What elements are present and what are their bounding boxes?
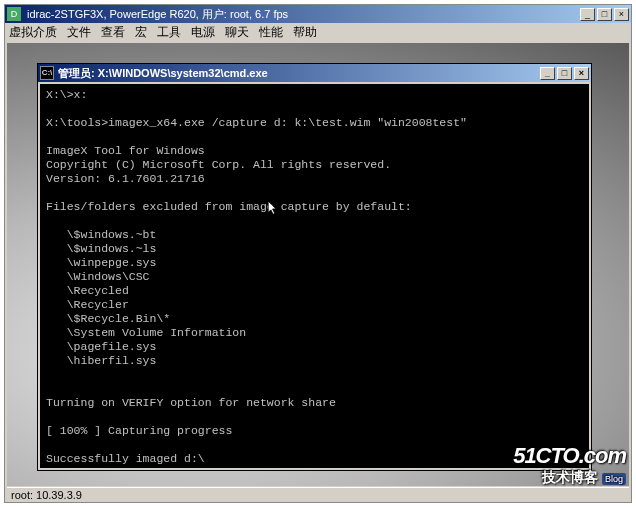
remote-desktop[interactable]: C:\ 管理员: X:\WINDOWS\system32\cmd.exe _ □…: [7, 43, 629, 486]
cmd-line: \pagefile.sys: [46, 340, 156, 353]
outer-window: D idrac-2STGF3X, PowerEdge R620, 用户: roo…: [4, 4, 632, 503]
cmd-titlebar[interactable]: C:\ 管理员: X:\WINDOWS\system32\cmd.exe _ □…: [38, 64, 591, 82]
cmd-line: \winpepge.sys: [46, 256, 156, 269]
cmd-line: Copyright (C) Microsoft Corp. All rights…: [46, 158, 391, 171]
cmd-line: \$windows.~ls: [46, 242, 156, 255]
cmd-line: \System Volume Information: [46, 326, 246, 339]
minimize-button[interactable]: _: [580, 8, 595, 21]
cmd-window: C:\ 管理员: X:\WINDOWS\system32\cmd.exe _ □…: [37, 63, 592, 471]
cmd-terminal[interactable]: X:\>x: X:\tools>imagex_x64.exe /capture …: [40, 84, 589, 468]
cmd-icon: C:\: [40, 66, 54, 80]
cmd-line: [ 100% ] Capturing progress: [46, 424, 232, 437]
status-bar: root: 10.39.3.9: [7, 487, 629, 501]
cmd-title-text: 管理员: X:\WINDOWS\system32\cmd.exe: [58, 66, 538, 81]
cmd-line: \hiberfil.sys: [46, 354, 156, 367]
menu-power[interactable]: 电源: [191, 24, 215, 41]
cmd-close-button[interactable]: ×: [574, 67, 589, 80]
cmd-line: \$Recycle.Bin\*: [46, 312, 170, 325]
app-icon: D: [7, 7, 21, 21]
cmd-line: Files/folders excluded from image captur…: [46, 200, 412, 213]
maximize-button[interactable]: □: [597, 8, 612, 21]
watermark: 51CTO.com 技术博客 Blog: [513, 443, 626, 487]
watermark-sub: 技术博客 Blog: [513, 469, 626, 487]
outer-titlebar: D idrac-2STGF3X, PowerEdge R620, 用户: roo…: [5, 5, 631, 23]
cmd-line: Successfully imaged d:\: [46, 452, 205, 465]
close-button[interactable]: ×: [614, 8, 629, 21]
cmd-line: \Recycled: [46, 284, 129, 297]
menu-performance[interactable]: 性能: [259, 24, 283, 41]
cmd-line: X:\>x:: [46, 88, 87, 101]
outer-title-text: idrac-2STGF3X, PowerEdge R620, 用户: root,…: [25, 7, 578, 22]
menu-help[interactable]: 帮助: [293, 24, 317, 41]
cmd-line: \Windows\CSC: [46, 270, 150, 283]
cmd-maximize-button[interactable]: □: [557, 67, 572, 80]
menu-virtual-media[interactable]: 虚拟介质: [9, 24, 57, 41]
cmd-line: Turning on VERIFY option for network sha…: [46, 396, 336, 409]
menu-tools[interactable]: 工具: [157, 24, 181, 41]
menu-view[interactable]: 查看: [101, 24, 125, 41]
cmd-minimize-button[interactable]: _: [540, 67, 555, 80]
cmd-line: \Recycler: [46, 298, 129, 311]
status-text: root: 10.39.3.9: [11, 489, 82, 501]
menu-bar: 虚拟介质 文件 查看 宏 工具 电源 聊天 性能 帮助: [5, 23, 631, 41]
menu-macro[interactable]: 宏: [135, 24, 147, 41]
menu-file[interactable]: 文件: [67, 24, 91, 41]
cmd-line: X:\tools>imagex_x64.exe /capture d: k:\t…: [46, 116, 467, 129]
cmd-line: ImageX Tool for Windows: [46, 144, 205, 157]
cmd-line: \$windows.~bt: [46, 228, 156, 241]
cmd-line: Version: 6.1.7601.21716: [46, 172, 205, 185]
menu-chat[interactable]: 聊天: [225, 24, 249, 41]
watermark-logo: 51CTO.com: [513, 443, 626, 469]
